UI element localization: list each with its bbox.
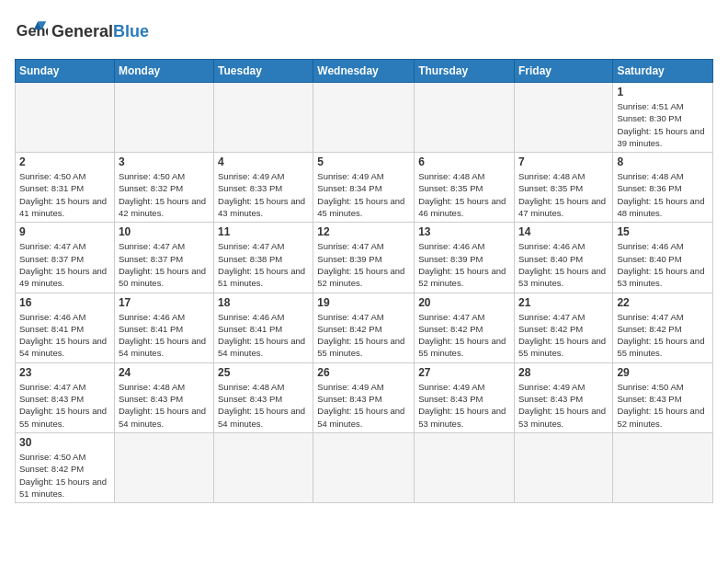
calendar-cell: 22Sunrise: 4:47 AM Sunset: 8:42 PM Dayli… xyxy=(613,293,713,362)
calendar-cell: 4Sunrise: 4:49 AM Sunset: 8:33 PM Daylig… xyxy=(214,153,313,223)
logo-icon: General xyxy=(15,15,48,48)
calendar-cell: 18Sunrise: 4:46 AM Sunset: 8:41 PM Dayli… xyxy=(214,293,313,362)
day-info: Sunrise: 4:50 AM Sunset: 8:32 PM Dayligh… xyxy=(119,170,210,219)
calendar-cell: 29Sunrise: 4:50 AM Sunset: 8:43 PM Dayli… xyxy=(613,362,713,432)
week-row-6: 30Sunrise: 4:50 AM Sunset: 8:42 PM Dayli… xyxy=(16,432,713,502)
day-info: Sunrise: 4:50 AM Sunset: 8:31 PM Dayligh… xyxy=(19,170,110,219)
logo: General GeneralBlue xyxy=(15,15,149,48)
day-info: Sunrise: 4:49 AM Sunset: 8:43 PM Dayligh… xyxy=(317,381,410,430)
day-number: 12 xyxy=(317,225,410,238)
day-info: Sunrise: 4:46 AM Sunset: 8:39 PM Dayligh… xyxy=(418,240,510,289)
calendar-cell: 17Sunrise: 4:46 AM Sunset: 8:41 PM Dayli… xyxy=(114,293,213,362)
day-number: 28 xyxy=(518,366,609,379)
day-info: Sunrise: 4:50 AM Sunset: 8:43 PM Dayligh… xyxy=(617,381,709,430)
day-number: 26 xyxy=(317,366,410,379)
calendar-cell xyxy=(415,432,515,502)
calendar-cell: 13Sunrise: 4:46 AM Sunset: 8:39 PM Dayli… xyxy=(415,223,515,293)
day-info: Sunrise: 4:49 AM Sunset: 8:43 PM Dayligh… xyxy=(518,381,609,430)
day-number: 7 xyxy=(518,155,609,168)
calendar-cell xyxy=(214,83,313,153)
day-number: 1 xyxy=(617,86,709,98)
calendar-cell: 21Sunrise: 4:47 AM Sunset: 8:42 PM Dayli… xyxy=(514,293,612,362)
calendar-cell: 12Sunrise: 4:47 AM Sunset: 8:39 PM Dayli… xyxy=(313,223,415,293)
calendar-cell: 24Sunrise: 4:48 AM Sunset: 8:43 PM Dayli… xyxy=(114,362,213,432)
day-info: Sunrise: 4:50 AM Sunset: 8:42 PM Dayligh… xyxy=(19,451,110,500)
calendar-cell: 20Sunrise: 4:47 AM Sunset: 8:42 PM Dayli… xyxy=(415,293,515,362)
logo-text: GeneralBlue xyxy=(51,23,149,40)
calendar: SundayMondayTuesdayWednesdayThursdayFrid… xyxy=(15,59,713,503)
day-info: Sunrise: 4:46 AM Sunset: 8:41 PM Dayligh… xyxy=(119,311,210,360)
day-info: Sunrise: 4:46 AM Sunset: 8:41 PM Dayligh… xyxy=(218,311,309,360)
header: General GeneralBlue xyxy=(15,15,713,48)
day-info: Sunrise: 4:47 AM Sunset: 8:42 PM Dayligh… xyxy=(518,311,609,360)
day-number: 4 xyxy=(218,155,309,168)
day-info: Sunrise: 4:51 AM Sunset: 8:30 PM Dayligh… xyxy=(617,100,709,149)
calendar-cell xyxy=(313,83,415,153)
day-number: 17 xyxy=(119,296,210,309)
calendar-cell xyxy=(114,83,213,153)
day-info: Sunrise: 4:48 AM Sunset: 8:35 PM Dayligh… xyxy=(418,170,510,219)
day-info: Sunrise: 4:49 AM Sunset: 8:33 PM Dayligh… xyxy=(218,170,309,219)
day-number: 20 xyxy=(418,296,510,309)
week-row-3: 9Sunrise: 4:47 AM Sunset: 8:37 PM Daylig… xyxy=(16,223,713,293)
day-info: Sunrise: 4:47 AM Sunset: 8:42 PM Dayligh… xyxy=(418,311,510,360)
week-row-1: 1Sunrise: 4:51 AM Sunset: 8:30 PM Daylig… xyxy=(16,83,713,153)
day-info: Sunrise: 4:47 AM Sunset: 8:42 PM Dayligh… xyxy=(617,311,709,360)
day-number: 25 xyxy=(218,366,309,379)
calendar-cell: 15Sunrise: 4:46 AM Sunset: 8:40 PM Dayli… xyxy=(613,223,713,293)
day-header-tuesday: Tuesday xyxy=(214,60,313,83)
day-number: 18 xyxy=(218,296,309,309)
day-header-row: SundayMondayTuesdayWednesdayThursdayFrid… xyxy=(16,60,713,83)
day-info: Sunrise: 4:49 AM Sunset: 8:34 PM Dayligh… xyxy=(317,170,410,219)
calendar-cell: 5Sunrise: 4:49 AM Sunset: 8:34 PM Daylig… xyxy=(313,153,415,223)
day-info: Sunrise: 4:48 AM Sunset: 8:36 PM Dayligh… xyxy=(617,170,709,219)
calendar-cell: 23Sunrise: 4:47 AM Sunset: 8:43 PM Dayli… xyxy=(16,362,115,432)
day-header-sunday: Sunday xyxy=(16,60,115,83)
day-info: Sunrise: 4:46 AM Sunset: 8:40 PM Dayligh… xyxy=(617,240,709,289)
day-info: Sunrise: 4:47 AM Sunset: 8:42 PM Dayligh… xyxy=(317,311,410,360)
day-number: 27 xyxy=(418,366,510,379)
calendar-cell xyxy=(613,432,713,502)
calendar-cell xyxy=(415,83,515,153)
calendar-cell: 9Sunrise: 4:47 AM Sunset: 8:37 PM Daylig… xyxy=(16,223,115,293)
calendar-cell: 8Sunrise: 4:48 AM Sunset: 8:36 PM Daylig… xyxy=(613,153,713,223)
day-number: 8 xyxy=(617,155,709,168)
day-info: Sunrise: 4:49 AM Sunset: 8:43 PM Dayligh… xyxy=(418,381,510,430)
day-number: 13 xyxy=(418,225,510,238)
calendar-cell: 14Sunrise: 4:46 AM Sunset: 8:40 PM Dayli… xyxy=(514,223,612,293)
day-number: 11 xyxy=(218,225,309,238)
calendar-cell: 30Sunrise: 4:50 AM Sunset: 8:42 PM Dayli… xyxy=(16,432,115,502)
day-info: Sunrise: 4:47 AM Sunset: 8:43 PM Dayligh… xyxy=(19,381,110,430)
day-number: 16 xyxy=(19,296,110,309)
calendar-cell: 16Sunrise: 4:46 AM Sunset: 8:41 PM Dayli… xyxy=(16,293,115,362)
day-info: Sunrise: 4:47 AM Sunset: 8:37 PM Dayligh… xyxy=(19,240,110,289)
calendar-cell: 2Sunrise: 4:50 AM Sunset: 8:31 PM Daylig… xyxy=(16,153,115,223)
day-number: 22 xyxy=(617,296,709,309)
calendar-cell xyxy=(16,83,115,153)
calendar-cell: 11Sunrise: 4:47 AM Sunset: 8:38 PM Dayli… xyxy=(214,223,313,293)
day-info: Sunrise: 4:48 AM Sunset: 8:43 PM Dayligh… xyxy=(119,381,210,430)
day-header-friday: Friday xyxy=(514,60,612,83)
day-number: 21 xyxy=(518,296,609,309)
day-info: Sunrise: 4:47 AM Sunset: 8:39 PM Dayligh… xyxy=(317,240,410,289)
day-number: 3 xyxy=(119,155,210,168)
calendar-cell: 19Sunrise: 4:47 AM Sunset: 8:42 PM Dayli… xyxy=(313,293,415,362)
day-number: 6 xyxy=(418,155,510,168)
calendar-cell: 25Sunrise: 4:48 AM Sunset: 8:43 PM Dayli… xyxy=(214,362,313,432)
calendar-cell xyxy=(114,432,213,502)
day-number: 14 xyxy=(518,225,609,238)
day-header-saturday: Saturday xyxy=(613,60,713,83)
day-info: Sunrise: 4:47 AM Sunset: 8:37 PM Dayligh… xyxy=(119,240,210,289)
day-number: 24 xyxy=(119,366,210,379)
day-number: 19 xyxy=(317,296,410,309)
calendar-cell: 10Sunrise: 4:47 AM Sunset: 8:37 PM Dayli… xyxy=(114,223,213,293)
week-row-4: 16Sunrise: 4:46 AM Sunset: 8:41 PM Dayli… xyxy=(16,293,713,362)
day-header-thursday: Thursday xyxy=(415,60,515,83)
day-number: 10 xyxy=(119,225,210,238)
day-info: Sunrise: 4:46 AM Sunset: 8:41 PM Dayligh… xyxy=(19,311,110,360)
day-header-wednesday: Wednesday xyxy=(313,60,415,83)
calendar-cell: 26Sunrise: 4:49 AM Sunset: 8:43 PM Dayli… xyxy=(313,362,415,432)
day-number: 15 xyxy=(617,225,709,238)
week-row-2: 2Sunrise: 4:50 AM Sunset: 8:31 PM Daylig… xyxy=(16,153,713,223)
calendar-cell xyxy=(514,83,612,153)
